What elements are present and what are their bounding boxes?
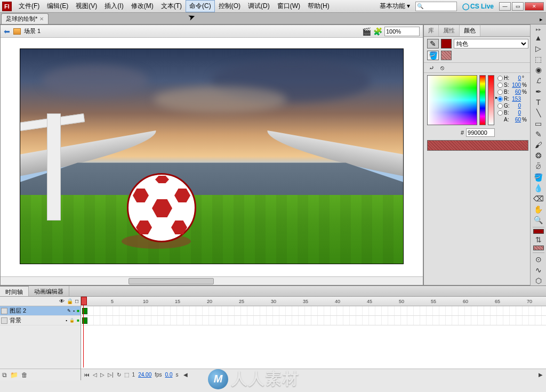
swap-colors-icon[interactable]: ⤾ bbox=[427, 64, 436, 71]
pencil-tool-icon[interactable]: ✎ bbox=[532, 129, 545, 139]
new-layer-icon[interactable]: ⧉ bbox=[2, 371, 7, 379]
bucket-icon[interactable]: 🪣 bbox=[427, 51, 439, 60]
zoom-select[interactable] bbox=[384, 27, 420, 36]
snap-icon[interactable]: ⊙ bbox=[532, 255, 545, 264]
visibility-header-icon[interactable]: 👁 bbox=[59, 298, 65, 304]
collapse-icon[interactable]: ▸▸ bbox=[536, 27, 541, 32]
edit-symbols-icon[interactable]: 🧩 bbox=[373, 27, 382, 36]
no-color-icon[interactable]: ⦸ bbox=[438, 64, 446, 71]
step-back-icon[interactable]: ◁ bbox=[93, 372, 97, 378]
lock-header-icon[interactable]: 🔒 bbox=[67, 298, 73, 304]
play-icon[interactable]: ▷ bbox=[100, 372, 105, 378]
menu-bar: Fl 文件(F) 编辑(E) 视图(V) 插入(I) 修改(M) 文本(T) 命… bbox=[0, 0, 546, 13]
frame-track-1[interactable] bbox=[81, 306, 546, 316]
menu-control[interactable]: 控制(O) bbox=[215, 0, 244, 12]
text-tool-icon[interactable]: T bbox=[532, 97, 545, 107]
menu-edit[interactable]: 编辑(E) bbox=[43, 0, 72, 12]
layer-row-1[interactable]: 图层 2 ✎•■ bbox=[0, 306, 81, 316]
menu-text[interactable]: 文本(T) bbox=[157, 0, 186, 12]
smooth-icon[interactable]: ∿ bbox=[532, 265, 545, 275]
document-tab-bar: 足球的绘制* ✕ ▸ bbox=[0, 13, 546, 24]
tab-properties[interactable]: 属性 bbox=[439, 25, 460, 36]
menu-help[interactable]: 帮助(H) bbox=[304, 0, 333, 12]
maximize-button[interactable]: ▭ bbox=[512, 2, 524, 11]
paint-bucket-tool-icon[interactable]: 🪣 bbox=[532, 173, 545, 182]
menu-insert[interactable]: 插入(I) bbox=[101, 0, 127, 12]
deco-tool-icon[interactable]: ❂ bbox=[532, 151, 545, 160]
free-transform-tool-icon[interactable]: ⬚ bbox=[532, 54, 545, 64]
frame-track-2[interactable] bbox=[81, 316, 546, 325]
tab-timeline[interactable]: 时间轴 bbox=[0, 286, 29, 296]
tab-library[interactable]: 库 bbox=[424, 25, 439, 36]
pattern-swatch[interactable] bbox=[441, 51, 452, 60]
onion-skin-icon[interactable]: ⬚ bbox=[124, 372, 129, 378]
document-tab[interactable]: 足球的绘制* ✕ bbox=[1, 13, 49, 24]
frames-column[interactable]: 15101520253035404550556065707580859095 ⏮… bbox=[81, 297, 546, 380]
menu-debug[interactable]: 调试(D) bbox=[244, 0, 274, 12]
alpha-slider[interactable] bbox=[488, 75, 494, 125]
eyedropper-tool-icon[interactable]: 💧 bbox=[532, 183, 545, 193]
playhead[interactable] bbox=[83, 297, 84, 368]
edit-scene-icon[interactable]: 🎬 bbox=[362, 27, 371, 36]
brush-tool-icon[interactable]: 🖌 bbox=[532, 140, 545, 150]
hex-label: # bbox=[461, 129, 464, 136]
saturation-picker[interactable] bbox=[427, 75, 477, 125]
radio-g[interactable] bbox=[497, 103, 503, 109]
menu-commands[interactable]: 命令(C) bbox=[186, 0, 215, 12]
close-button[interactable]: ✕ bbox=[525, 2, 544, 11]
selection-tool-icon[interactable]: ▲ bbox=[532, 33, 545, 43]
pen-tool-icon[interactable]: ✒ bbox=[532, 87, 545, 96]
fill-type-select[interactable]: 纯色 bbox=[454, 39, 528, 48]
rewind-icon[interactable]: ⏮ bbox=[84, 372, 90, 378]
minimize-button[interactable]: — bbox=[499, 2, 511, 11]
tab-motion-editor[interactable]: 动画编辑器 bbox=[29, 286, 69, 296]
menu-modify[interactable]: 修改(M) bbox=[127, 0, 157, 12]
line-tool-icon[interactable]: ╲ bbox=[532, 108, 545, 118]
new-folder-icon[interactable]: 📁 bbox=[10, 371, 18, 379]
menu-view[interactable]: 视图(V) bbox=[72, 0, 101, 12]
workspace-selector[interactable]: 基本功能 ▾ bbox=[378, 1, 412, 12]
horizontal-scrollbar[interactable] bbox=[1, 276, 423, 285]
outline-header-icon[interactable]: □ bbox=[75, 298, 78, 304]
fill-color-swatch[interactable] bbox=[441, 39, 452, 48]
panel-collapse-icon[interactable]: ▸ bbox=[536, 14, 546, 24]
hue-slider[interactable] bbox=[479, 75, 486, 125]
straighten-icon[interactable]: ⬡ bbox=[532, 276, 545, 285]
close-tab-icon[interactable]: ✕ bbox=[39, 16, 44, 22]
radio-r[interactable] bbox=[497, 96, 503, 102]
hex-input[interactable] bbox=[466, 128, 495, 137]
3d-rotation-tool-icon[interactable]: ◉ bbox=[532, 65, 545, 75]
tab-color[interactable]: 颜色 bbox=[460, 24, 480, 36]
radio-bv[interactable] bbox=[497, 89, 503, 95]
rectangle-tool-icon[interactable]: ▭ bbox=[532, 119, 545, 128]
zoom-tool-icon[interactable]: 🔍 bbox=[532, 215, 545, 225]
step-fwd-icon[interactable]: ▷| bbox=[108, 372, 114, 378]
radio-b[interactable] bbox=[497, 110, 503, 116]
radio-s[interactable] bbox=[497, 83, 503, 88]
menu-file[interactable]: 文件(F) bbox=[15, 0, 43, 12]
scene-icon bbox=[13, 28, 21, 35]
eraser-tool-icon[interactable]: ⌫ bbox=[532, 194, 545, 203]
menu-window[interactable]: 窗口(W) bbox=[274, 0, 304, 12]
soccer-ball[interactable] bbox=[127, 173, 196, 242]
lasso-tool-icon[interactable]: 𝓛 bbox=[532, 76, 545, 86]
fps-value[interactable]: 24.00 bbox=[138, 372, 151, 378]
stroke-color-icon[interactable]: ✎ bbox=[427, 39, 439, 48]
cslive-button[interactable]: CS Live bbox=[460, 3, 496, 10]
subselection-tool-icon[interactable]: ▷ bbox=[532, 44, 545, 53]
delete-layer-icon[interactable]: 🗑 bbox=[21, 371, 28, 379]
hand-tool-icon[interactable]: ✋ bbox=[532, 205, 545, 214]
search-input[interactable] bbox=[415, 2, 457, 11]
edit-bar: ⬅ 场景 1 🎬 🧩 bbox=[1, 25, 423, 38]
loop-icon[interactable]: ↻ bbox=[117, 372, 121, 378]
swap-icon[interactable]: ⇅ bbox=[532, 235, 545, 244]
frame-ruler[interactable]: 15101520253035404550556065707580859095 bbox=[81, 297, 546, 306]
bone-tool-icon[interactable]: ⦴ bbox=[532, 161, 545, 172]
time-value[interactable]: 0.0 bbox=[165, 372, 173, 378]
back-arrow-icon[interactable]: ⬅ bbox=[4, 27, 10, 36]
layer-row-2[interactable]: 背景 •🔒■ bbox=[0, 316, 81, 325]
stroke-swatch[interactable] bbox=[533, 229, 544, 234]
fill-swatch[interactable] bbox=[533, 246, 544, 250]
stage-canvas[interactable] bbox=[1, 38, 423, 276]
radio-h[interactable] bbox=[497, 76, 503, 81]
